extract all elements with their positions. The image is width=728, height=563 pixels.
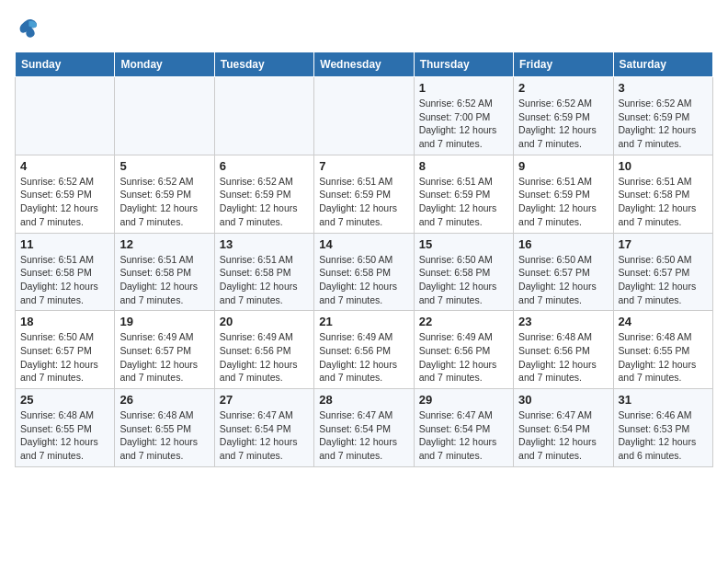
calendar-cell [115, 77, 214, 155]
day-number: 28 [319, 393, 408, 407]
day-info: Sunrise: 6:48 AMSunset: 6:56 PMDaylight:… [518, 330, 608, 385]
day-info: Sunrise: 6:50 AMSunset: 6:58 PMDaylight:… [419, 253, 508, 307]
calendar-cell: 10Sunrise: 6:51 AMSunset: 6:58 PMDayligh… [613, 155, 712, 233]
day-number: 10 [619, 159, 708, 173]
calendar-cell [16, 77, 115, 155]
day-info: Sunrise: 6:51 AMSunset: 6:58 PMDaylight:… [220, 253, 309, 307]
day-info: Sunrise: 6:50 AMSunset: 6:57 PMDaylight:… [20, 330, 109, 385]
day-info: Sunrise: 6:47 AMSunset: 6:54 PMDaylight:… [518, 408, 608, 463]
day-info: Sunrise: 6:52 AMSunset: 7:00 PMDaylight:… [419, 97, 508, 151]
weekday-header-tuesday: Tuesday [214, 52, 313, 77]
day-number: 6 [220, 159, 309, 173]
calendar-cell: 27Sunrise: 6:47 AMSunset: 6:54 PMDayligh… [214, 389, 313, 467]
day-info: Sunrise: 6:47 AMSunset: 6:54 PMDaylight:… [419, 408, 508, 463]
day-number: 1 [419, 81, 508, 95]
day-number: 13 [220, 237, 309, 251]
day-number: 26 [119, 393, 209, 407]
calendar-cell: 4Sunrise: 6:52 AMSunset: 6:59 PMDaylight… [16, 155, 115, 233]
calendar-cell: 5Sunrise: 6:52 AMSunset: 6:59 PMDaylight… [115, 155, 214, 233]
day-number: 2 [518, 81, 608, 95]
calendar-cell: 17Sunrise: 6:50 AMSunset: 6:57 PMDayligh… [613, 233, 712, 311]
day-info: Sunrise: 6:47 AMSunset: 6:54 PMDaylight:… [220, 408, 309, 463]
day-info: Sunrise: 6:51 AMSunset: 6:59 PMDaylight:… [518, 175, 608, 229]
day-info: Sunrise: 6:48 AMSunset: 6:55 PMDaylight:… [619, 330, 708, 385]
day-info: Sunrise: 6:51 AMSunset: 6:58 PMDaylight:… [619, 175, 708, 229]
weekday-header-friday: Friday [514, 52, 613, 77]
day-number: 18 [20, 315, 109, 328]
day-info: Sunrise: 6:52 AMSunset: 6:59 PMDaylight:… [20, 175, 109, 229]
calendar-cell: 1Sunrise: 6:52 AMSunset: 7:00 PMDaylight… [414, 77, 513, 155]
day-info: Sunrise: 6:48 AMSunset: 6:55 PMDaylight:… [20, 408, 109, 463]
day-info: Sunrise: 6:52 AMSunset: 6:59 PMDaylight:… [518, 97, 608, 151]
day-number: 8 [419, 159, 508, 173]
day-number: 9 [518, 159, 608, 173]
calendar-cell: 14Sunrise: 6:50 AMSunset: 6:58 PMDayligh… [314, 233, 414, 311]
day-info: Sunrise: 6:50 AMSunset: 6:57 PMDaylight:… [619, 253, 708, 307]
day-number: 29 [419, 393, 508, 407]
day-info: Sunrise: 6:46 AMSunset: 6:53 PMDaylight:… [619, 408, 708, 463]
day-number: 27 [220, 393, 309, 407]
day-number: 7 [319, 159, 408, 173]
calendar-week-row: 25Sunrise: 6:48 AMSunset: 6:55 PMDayligh… [16, 389, 713, 467]
day-number: 21 [319, 315, 408, 328]
day-number: 31 [619, 393, 708, 407]
day-number: 16 [518, 237, 608, 251]
day-info: Sunrise: 6:49 AMSunset: 6:56 PMDaylight:… [419, 330, 508, 385]
calendar-cell [314, 77, 414, 155]
day-number: 4 [20, 159, 109, 173]
day-info: Sunrise: 6:51 AMSunset: 6:58 PMDaylight:… [119, 253, 209, 307]
calendar-cell: 21Sunrise: 6:49 AMSunset: 6:56 PMDayligh… [314, 311, 414, 389]
weekday-header-wednesday: Wednesday [314, 52, 414, 77]
day-info: Sunrise: 6:50 AMSunset: 6:58 PMDaylight:… [319, 253, 408, 307]
day-number: 12 [119, 237, 209, 251]
day-number: 3 [619, 81, 708, 95]
day-info: Sunrise: 6:51 AMSunset: 6:59 PMDaylight:… [319, 175, 408, 229]
day-info: Sunrise: 6:48 AMSunset: 6:55 PMDaylight:… [119, 408, 209, 463]
calendar-cell: 25Sunrise: 6:48 AMSunset: 6:55 PMDayligh… [16, 389, 115, 467]
day-number: 5 [119, 159, 209, 173]
logo-icon [15, 15, 40, 40]
logo [15, 15, 44, 40]
day-info: Sunrise: 6:50 AMSunset: 6:57 PMDaylight:… [518, 253, 608, 307]
calendar-cell: 3Sunrise: 6:52 AMSunset: 6:59 PMDaylight… [613, 77, 712, 155]
calendar-cell: 30Sunrise: 6:47 AMSunset: 6:54 PMDayligh… [514, 389, 613, 467]
calendar-cell [214, 77, 313, 155]
calendar-cell: 20Sunrise: 6:49 AMSunset: 6:56 PMDayligh… [214, 311, 313, 389]
day-number: 19 [119, 315, 209, 328]
calendar-cell: 28Sunrise: 6:47 AMSunset: 6:54 PMDayligh… [314, 389, 414, 467]
calendar-cell: 18Sunrise: 6:50 AMSunset: 6:57 PMDayligh… [16, 311, 115, 389]
day-number: 30 [518, 393, 608, 407]
calendar-cell: 26Sunrise: 6:48 AMSunset: 6:55 PMDayligh… [115, 389, 214, 467]
day-number: 11 [20, 237, 109, 251]
calendar-cell: 15Sunrise: 6:50 AMSunset: 6:58 PMDayligh… [414, 233, 513, 311]
day-info: Sunrise: 6:49 AMSunset: 6:56 PMDaylight:… [220, 330, 309, 385]
calendar-cell: 19Sunrise: 6:49 AMSunset: 6:57 PMDayligh… [115, 311, 214, 389]
calendar-cell: 16Sunrise: 6:50 AMSunset: 6:57 PMDayligh… [514, 233, 613, 311]
weekday-header-row: SundayMondayTuesdayWednesdayThursdayFrid… [16, 52, 713, 77]
day-info: Sunrise: 6:51 AMSunset: 6:59 PMDaylight:… [419, 175, 508, 229]
day-number: 17 [619, 237, 708, 251]
day-info: Sunrise: 6:49 AMSunset: 6:57 PMDaylight:… [119, 330, 209, 385]
calendar-cell: 2Sunrise: 6:52 AMSunset: 6:59 PMDaylight… [514, 77, 613, 155]
day-number: 14 [319, 237, 408, 251]
day-info: Sunrise: 6:52 AMSunset: 6:59 PMDaylight:… [619, 97, 708, 151]
weekday-header-monday: Monday [115, 52, 214, 77]
calendar-table: SundayMondayTuesdayWednesdayThursdayFrid… [15, 52, 713, 467]
calendar-cell: 24Sunrise: 6:48 AMSunset: 6:55 PMDayligh… [613, 311, 712, 389]
calendar-cell: 6Sunrise: 6:52 AMSunset: 6:59 PMDaylight… [214, 155, 313, 233]
calendar-header: SundayMondayTuesdayWednesdayThursdayFrid… [16, 52, 713, 77]
day-info: Sunrise: 6:49 AMSunset: 6:56 PMDaylight:… [319, 330, 408, 385]
calendar-cell: 12Sunrise: 6:51 AMSunset: 6:58 PMDayligh… [115, 233, 214, 311]
weekday-header-thursday: Thursday [414, 52, 513, 77]
calendar-body: 1Sunrise: 6:52 AMSunset: 7:00 PMDaylight… [16, 77, 713, 467]
day-number: 24 [619, 315, 708, 328]
day-info: Sunrise: 6:52 AMSunset: 6:59 PMDaylight:… [119, 175, 209, 229]
calendar-cell: 13Sunrise: 6:51 AMSunset: 6:58 PMDayligh… [214, 233, 313, 311]
calendar-week-row: 1Sunrise: 6:52 AMSunset: 7:00 PMDaylight… [16, 77, 713, 155]
calendar-cell: 9Sunrise: 6:51 AMSunset: 6:59 PMDaylight… [514, 155, 613, 233]
calendar-cell: 7Sunrise: 6:51 AMSunset: 6:59 PMDaylight… [314, 155, 414, 233]
calendar-week-row: 4Sunrise: 6:52 AMSunset: 6:59 PMDaylight… [16, 155, 713, 233]
day-number: 23 [518, 315, 608, 328]
weekday-header-saturday: Saturday [613, 52, 712, 77]
calendar-cell: 11Sunrise: 6:51 AMSunset: 6:58 PMDayligh… [16, 233, 115, 311]
